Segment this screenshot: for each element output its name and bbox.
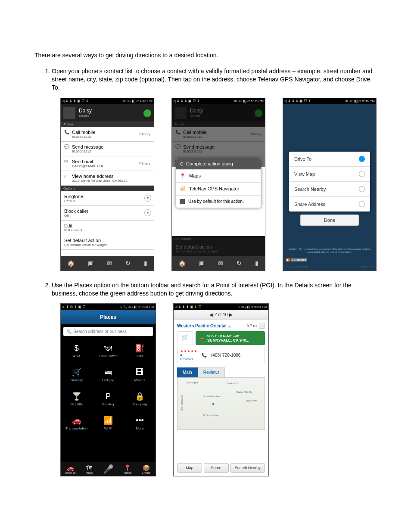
nav-item[interactable]: 📍Places — [118, 464, 137, 474]
nav-item[interactable]: 🎤 — [99, 464, 118, 474]
telenav-icon: 🧭 — [180, 186, 186, 192]
phone-poi-details: ◁⬇⬇⬇▣⬇⛉ ⊕3G▮▯▱5:23 PM ◀2 of 10▶ Western … — [173, 303, 269, 476]
popup-opt-telenav[interactable]: 🧭TeleNav GPS Navigator — [176, 182, 261, 195]
view-map-option[interactable]: View Map — [289, 167, 370, 182]
address-button[interactable]: 🚗905 E DUANE AVESUNNYVALE, CA 940... — [196, 331, 265, 345]
drive-to-option[interactable]: Drive To — [289, 152, 370, 167]
section-action: Action — [61, 121, 154, 127]
tile-icon: 🍽 — [104, 344, 112, 353]
map-button[interactable]: Map — [177, 463, 202, 473]
tile-label: Food/Coffee — [99, 354, 118, 358]
share-button[interactable]: Share — [204, 463, 229, 473]
mini-map[interactable]: San Miguel Coachella Ave Santa Rita St C… — [177, 377, 265, 430]
ringtone-item[interactable]: RingtoneDefault▾ — [61, 191, 154, 206]
radio-icon — [359, 171, 365, 177]
nav-icon: 📍 — [118, 464, 137, 471]
screenshot-row-1: ◁⬇⬇⬇▣⛉⬇ ⊕3G▮▯▱4:46 PM DaisyDetails Actio… — [60, 98, 377, 271]
screenshot-row-2: ➤⬇⏱⬇▣⛉ ⊕📞3G▮▯▱2:28 PM Places Search addr… — [60, 303, 377, 476]
phone-places: ➤⬇⏱⬇▣⛉ ⊕📞3G▮▯▱2:28 PM Places Search addr… — [60, 303, 156, 476]
reviews-row[interactable]: ★★★★★4Reviews 📞 (408) 720-1006 — [177, 347, 265, 363]
copyright-label: ©2011 TeleNav, Inc. — [286, 265, 309, 268]
places-tile[interactable]: ⛽Gas — [124, 339, 156, 363]
nav-item[interactable]: 🗺Maps — [80, 464, 99, 474]
tabs: Main Reviews — [177, 367, 265, 377]
tile-label: Shopping — [132, 402, 147, 406]
places-tile[interactable]: 🍸Nightlife — [61, 387, 92, 411]
chevron-down-icon: ⊝ — [180, 161, 184, 167]
refresh-icon[interactable]: ↻ — [125, 260, 131, 267]
nav-item[interactable]: 📦Extras — [137, 464, 156, 474]
card-icon[interactable]: ▣ — [88, 260, 93, 267]
edit-item[interactable]: EditEdit contact — [61, 221, 154, 235]
tile-icon: 🔒 — [135, 392, 144, 401]
bottom-nav: 🚗Drive To🗺Maps🎤📍Places📦Extras — [61, 462, 156, 476]
telenav-card: Drive To View Map Search Nearby Share Ad… — [289, 152, 370, 212]
business-header: Western Pacific Oriental ... 0.7 mi — [174, 320, 268, 331]
done-button[interactable]: Done — [300, 215, 359, 226]
popup-title: ⊝Complete action using — [176, 159, 261, 169]
tile-icon: 🚗 — [72, 416, 81, 425]
step-2: Use the Places option on the bottom tool… — [52, 281, 377, 298]
places-tile[interactable]: •••More — [124, 411, 156, 435]
tile-icon: 🍸 — [72, 392, 81, 401]
places-title: Places — [61, 310, 156, 324]
map-pin-icon: ● — [212, 401, 215, 406]
search-nearby-option[interactable]: Search Nearby — [289, 182, 370, 197]
places-tile[interactable]: 🎞Movies — [124, 363, 156, 387]
tile-label: Parking — [102, 402, 114, 406]
nav-icon: 🗺 — [80, 464, 99, 471]
places-tile[interactable]: 🍽Food/Coffee — [92, 339, 124, 363]
popup-default-checkbox[interactable]: Use by default for this action. — [176, 195, 261, 208]
places-tile[interactable]: $ATM — [61, 339, 92, 363]
home-icon[interactable]: 🏠 — [67, 260, 75, 267]
tab-main[interactable]: Main — [177, 367, 198, 377]
bottom-bar: 🏠▣✉↻▮ — [61, 256, 154, 271]
phone-telenav-menu: ◁⬇⬇⬇▣⛉⬇ ⊕3G▮▯▱5:36 PM Drive To View Map … — [283, 98, 377, 271]
send-message-item[interactable]: 💬Send message9165551212 — [61, 142, 154, 156]
tile-icon: 🛏 — [104, 368, 112, 377]
business-name: Western Pacific Oriental ... — [177, 324, 231, 328]
nav-icon: 🎤 — [99, 464, 118, 474]
places-tile[interactable]: 🛒Grocery — [61, 363, 92, 387]
tile-label: Wi-Fi — [104, 426, 112, 430]
places-tile[interactable]: 📶Wi-Fi — [92, 411, 124, 435]
share-address-option[interactable]: Share Address — [289, 197, 370, 212]
tile-icon: $ — [75, 344, 79, 353]
mail-icon[interactable]: ✉ — [107, 260, 112, 267]
favorite-icon[interactable] — [259, 323, 265, 329]
popup-opt-maps[interactable]: 📍Maps — [176, 169, 261, 182]
tick-icon[interactable]: ▮ — [144, 260, 147, 267]
places-tile[interactable]: 🔒Shopping — [124, 387, 156, 411]
status-bar: ◁⬇⬇⬇▣⛉⬇ ⊕3G▮▯▱4:46 PM — [61, 98, 154, 104]
nav-icon: 🚗 — [61, 464, 80, 471]
search-input[interactable]: Search address or business — [63, 327, 153, 336]
radio-icon — [359, 201, 365, 207]
call-mobile-item[interactable]: 📞Call mobile9165551212Primary — [61, 127, 154, 142]
search-nearby-button[interactable]: Search Nearby — [230, 463, 265, 473]
tile-label: Nightlife — [70, 402, 83, 406]
places-tile[interactable]: PParking — [92, 387, 124, 411]
block-caller-item[interactable]: Block callerOff▾ — [61, 206, 154, 221]
tile-label: Grocery — [70, 378, 82, 382]
chevron-down-icon: ▾ — [144, 209, 151, 216]
phone-number: (408) 720-1006 — [211, 353, 240, 358]
nav-icon: 📦 — [137, 464, 156, 471]
tile-icon: ••• — [136, 416, 144, 425]
tab-reviews[interactable]: Reviews — [198, 367, 225, 377]
version-label: version 7.0 — [361, 265, 374, 268]
pager-label: ◀2 of 10▶ — [174, 310, 268, 320]
places-tile[interactable]: 🚗Transportation — [61, 411, 92, 435]
tile-icon: ⛽ — [135, 343, 144, 353]
radio-icon — [359, 186, 365, 192]
cart-icon: 🛒 — [177, 331, 193, 345]
home-address-item[interactable]: ⌂View home address3315 Sierra Rd San Jos… — [61, 171, 154, 186]
default-action-item[interactable]: Set default actionSet default action for… — [61, 235, 154, 250]
brand-badge: ◧ ▱▱ mobile — [286, 258, 307, 262]
section-options: Options — [61, 186, 154, 191]
nav-item[interactable]: 🚗Drive To — [61, 464, 80, 474]
caution-text: Caution: Do not input data or queries wh… — [287, 248, 372, 254]
send-mail-item[interactable]: ✉Send mailDAISY@EMAIL.EDUPrimary — [61, 156, 154, 171]
car-icon: 🚗 — [199, 336, 204, 340]
places-tile[interactable]: 🛏Lodging — [92, 363, 124, 387]
tile-icon: 🛒 — [72, 367, 81, 377]
